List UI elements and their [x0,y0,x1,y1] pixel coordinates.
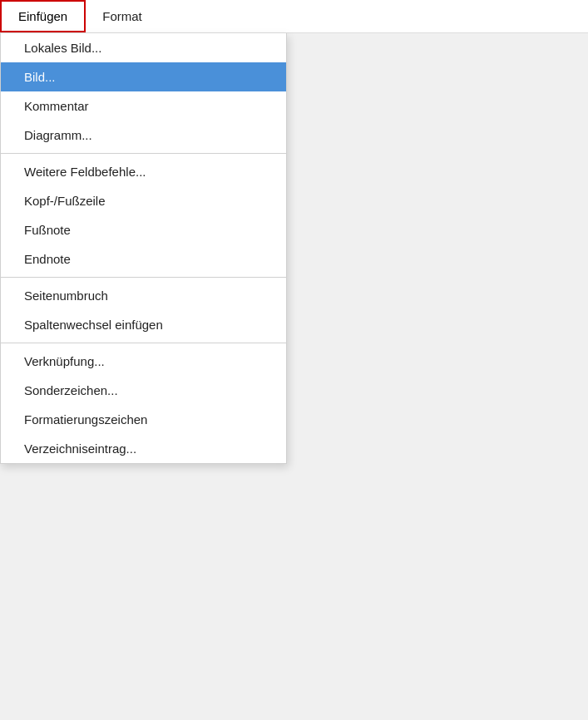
menu-item-bild[interactable]: Bild... [1,62,286,91]
menu-item-kommentar[interactable]: Kommentar [1,91,286,121]
menu-item-endnote[interactable]: Endnote [1,244,286,274]
menu-item-verzeichniseintrag[interactable]: Verzeichniseintrag... [1,434,286,463]
dropdown-panel: Lokales Bild...Bild...KommentarDiagramm.… [0,33,287,464]
tab-format[interactable]: Format [86,0,159,32]
menu-item-spaltenwechsel[interactable]: Spaltenwechsel einfügen [1,310,286,339]
menu-item-fussnote[interactable]: Fußnote [1,215,286,244]
menu-item-diagramm[interactable]: Diagramm... [1,121,286,150]
separator [1,343,286,343]
menu-item-lokales-bild[interactable]: Lokales Bild... [1,33,286,62]
menu-item-formatierungszeichen[interactable]: Formatierungszeichen [1,405,286,434]
menu-item-weitere-feldbefehle[interactable]: Weitere Feldbefehle... [1,157,286,186]
menu-item-sonderzeichen[interactable]: Sonderzeichen... [1,376,286,405]
menu-item-kopf-fusszeile[interactable]: Kopf-/Fußzeile [1,186,286,215]
separator [1,153,286,154]
menu-item-verknuepfung[interactable]: Verknüpfung... [1,347,286,376]
menu-item-seitenumbruch[interactable]: Seitenumbruch [1,281,286,310]
tab-einfuegen[interactable]: Einfügen [0,0,86,32]
menu-bar: Einfügen Format [0,0,588,33]
separator [1,277,286,278]
